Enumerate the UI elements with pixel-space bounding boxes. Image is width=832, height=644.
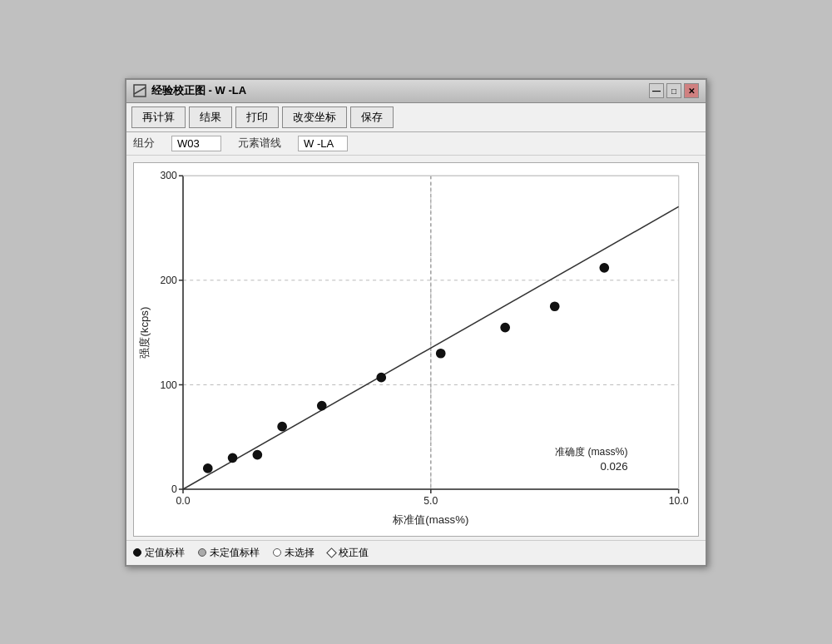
legend-item-undefined: 未定值标样	[198, 546, 260, 560]
svg-text:0.0: 0.0	[176, 495, 191, 507]
data-point	[204, 463, 212, 472]
filled-circle-icon	[133, 548, 141, 557]
data-point	[318, 401, 326, 409]
legend-item-correction: 校正值	[328, 546, 369, 560]
diamond-icon	[326, 547, 337, 558]
chart-svg: 0 100 200 300 0.0 5.0 10.0	[134, 163, 698, 536]
legend-fixed-label: 定值标样	[145, 546, 185, 560]
legend-item-unselected: 未选择	[273, 546, 314, 560]
spectrum-value: W -LA	[298, 136, 348, 151]
data-point	[501, 323, 509, 331]
chart-container: 0 100 200 300 0.0 5.0 10.0	[126, 156, 706, 540]
title-bar: 经验校正图 - W -LA — □ ✕	[126, 80, 706, 103]
svg-text:强度(kcps): 强度(kcps)	[138, 306, 151, 358]
data-point	[228, 453, 236, 462]
data-point	[278, 422, 286, 430]
legend-correction-label: 校正值	[339, 546, 369, 560]
gray-circle-icon	[198, 548, 206, 557]
main-window: 经验校正图 - W -LA — □ ✕ 再计算结果打印改变坐标保存 组分 W03…	[125, 78, 707, 567]
svg-text:200: 200	[160, 274, 177, 285]
close-button[interactable]: ✕	[684, 83, 699, 98]
legend-undefined-label: 未定值标样	[210, 546, 260, 560]
toolbar-btn-保存[interactable]: 保存	[350, 107, 394, 128]
open-circle-icon	[273, 548, 281, 557]
svg-text:300: 300	[160, 170, 177, 181]
svg-text:0.026: 0.026	[600, 459, 627, 472]
minimize-button[interactable]: —	[649, 83, 664, 98]
legend-bar: 定值标样 未定值标样 未选择 校正值	[126, 540, 706, 565]
toolbar-btn-再计算[interactable]: 再计算	[131, 107, 186, 128]
spectrum-label: 元素谱线	[238, 136, 281, 151]
svg-text:100: 100	[160, 379, 177, 390]
toolbar-btn-改变坐标[interactable]: 改变坐标	[282, 107, 347, 128]
svg-text:标准值(mass%): 标准值(mass%)	[392, 513, 468, 525]
legend-item-fixed: 定值标样	[133, 546, 185, 560]
chart-area: 0 100 200 300 0.0 5.0 10.0	[133, 162, 699, 537]
window-icon	[133, 84, 146, 97]
toolbar-btn-打印[interactable]: 打印	[235, 107, 279, 128]
svg-text:5.0: 5.0	[423, 495, 438, 507]
component-label: 组分	[133, 136, 155, 151]
svg-text:准确度  (mass%): 准确度 (mass%)	[555, 446, 628, 458]
info-bar: 组分 W03 元素谱线 W -LA	[126, 132, 706, 156]
svg-line-1	[134, 87, 146, 94]
legend-unselected-label: 未选择	[285, 546, 314, 560]
toolbar: 再计算结果打印改变坐标保存	[126, 103, 706, 132]
data-point	[377, 373, 385, 381]
data-point	[551, 302, 559, 310]
restore-button[interactable]: □	[666, 83, 681, 98]
toolbar-btn-结果[interactable]: 结果	[189, 107, 232, 128]
window-title: 经验校正图 - W -LA	[151, 83, 246, 98]
data-point	[437, 349, 445, 357]
title-controls: — □ ✕	[649, 83, 699, 98]
svg-text:0: 0	[171, 483, 177, 495]
data-point	[600, 263, 608, 271]
component-value: W03	[171, 136, 221, 151]
data-point	[253, 450, 261, 458]
svg-text:10.0: 10.0	[669, 495, 689, 507]
